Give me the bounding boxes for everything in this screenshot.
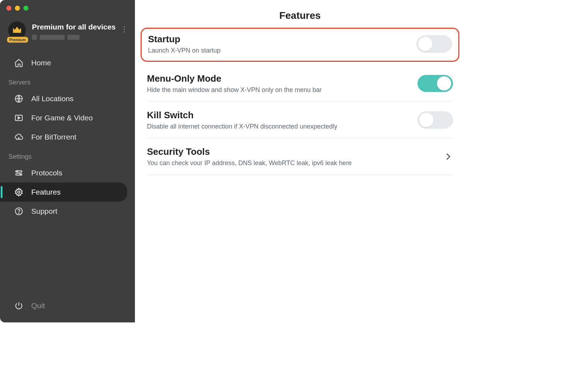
feature-desc: Hide the main window and show X-VPN only… (147, 86, 322, 94)
feature-desc: Launch X-VPN on startup (148, 47, 220, 54)
svg-point-6 (18, 191, 20, 194)
feature-desc: You can check vour IP address, DNS leak,… (147, 159, 352, 167)
account-more-button[interactable]: ⋯ (120, 26, 129, 34)
sidebar-item-protocols[interactable]: Protocols (0, 163, 127, 183)
app-window: Premium Premium for all devices ⋯ Home S… (0, 0, 465, 322)
home-icon (14, 58, 23, 67)
window-controls (0, 0, 135, 11)
main-panel: Features Startup Launch X-VPN on startup… (135, 0, 465, 322)
sidebar-item-label: Protocols (31, 169, 62, 177)
toggle-menu-only-mode[interactable] (417, 75, 453, 92)
feature-security-tools[interactable]: Security Tools You can check vour IP add… (147, 138, 453, 175)
quit-label: Quit (31, 301, 45, 310)
sidebar-item-game-video[interactable]: For Game & Video (0, 108, 127, 127)
svg-point-4 (17, 171, 18, 172)
fullscreen-window-button[interactable] (23, 6, 28, 11)
quit-button[interactable]: Quit (0, 293, 135, 322)
sidebar-item-label: Home (31, 59, 51, 67)
feature-title: Startup (148, 34, 220, 45)
toggle-startup[interactable] (416, 36, 452, 53)
sidebar-item-all-locations[interactable]: All Locations (0, 89, 127, 108)
sidebar-nav: Home Servers All Locations For Game & Vi… (0, 53, 135, 221)
sidebar-item-label: Support (31, 207, 58, 216)
power-icon (14, 301, 23, 310)
help-icon (14, 207, 23, 216)
sidebar-item-label: For Game & Video (31, 114, 93, 122)
cloud-download-icon (14, 132, 23, 142)
sidebar-item-bittorrent[interactable]: For BitTorrent (0, 127, 127, 147)
premium-badge: Premium (6, 36, 29, 43)
feature-menu-only-mode: Menu-Only Mode Hide the main window and … (147, 65, 453, 102)
page-title: Features (147, 10, 453, 21)
close-window-button[interactable] (6, 6, 11, 11)
feature-title: Security Tools (147, 146, 352, 157)
feature-startup: Startup Launch X-VPN on startup (141, 28, 459, 62)
account-obscured-info (32, 35, 116, 40)
toggle-kill-switch[interactable] (417, 111, 453, 129)
chevron-right-icon (443, 152, 453, 162)
protocols-icon (14, 168, 23, 178)
sidebar-item-home[interactable]: Home (0, 53, 127, 72)
sidebar-item-features[interactable]: Features (0, 183, 127, 202)
account-avatar: Premium (7, 21, 27, 41)
feature-kill-switch: Kill Switch Disable all internet connect… (147, 102, 453, 138)
sidebar-item-label: For BitTorrent (31, 133, 76, 141)
sidebar-item-label: All Locations (31, 94, 73, 103)
globe-icon (14, 94, 23, 103)
sidebar-section-servers: Servers (0, 72, 135, 89)
minimize-window-button[interactable] (15, 6, 20, 11)
sidebar-section-settings: Settings (0, 147, 135, 163)
account-title: Premium for all devices (32, 23, 116, 31)
svg-point-8 (18, 213, 19, 214)
feature-desc: Disable all internet connection if X-VPN… (147, 123, 337, 130)
feature-title: Kill Switch (147, 110, 337, 121)
feature-title: Menu-Only Mode (147, 73, 322, 84)
svg-point-5 (20, 174, 21, 175)
play-icon (14, 113, 23, 123)
account-header: Premium Premium for all devices ⋯ (0, 11, 135, 45)
sidebar: Premium Premium for all devices ⋯ Home S… (0, 0, 135, 322)
crown-icon (12, 25, 22, 36)
gear-icon (14, 187, 23, 197)
sidebar-item-support[interactable]: Support (0, 202, 127, 221)
sidebar-item-label: Features (31, 188, 61, 196)
